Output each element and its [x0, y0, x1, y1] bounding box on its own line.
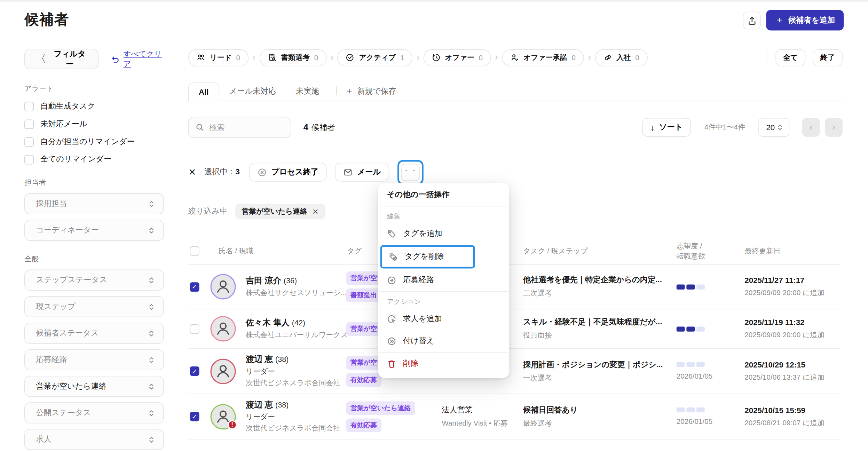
select-value: 現ステップ	[36, 302, 75, 312]
clear-all-filters-link[interactable]: すべてクリア	[111, 49, 164, 69]
menu-item-add-tag[interactable]: タグを追加	[378, 222, 509, 245]
remove-filter-icon[interactable]: ✕	[312, 207, 319, 216]
candidate-name[interactable]: 佐々木 隼人 (42)	[246, 318, 348, 328]
checkbox[interactable]	[24, 102, 34, 111]
motivation-bars	[677, 284, 730, 289]
filter-collapse-button[interactable]: 〈 フィルター	[24, 49, 98, 69]
row-checkbox[interactable]	[190, 282, 199, 291]
alert-option-all-reminders[interactable]: 全てのリマインダー	[24, 155, 164, 165]
alert-option-label: 自動生成タスク	[40, 101, 95, 111]
prev-page-button[interactable]: ‹	[802, 118, 820, 137]
row-checkbox[interactable]	[190, 412, 199, 421]
page-size-select[interactable]: 20	[758, 118, 789, 137]
job-select[interactable]: 求人	[24, 429, 164, 450]
save-new-view-button[interactable]: ＋ 新規で保存	[343, 81, 399, 101]
alert-option-my-reminders[interactable]: 自分が担当のリマインダー	[24, 137, 164, 147]
tab-not-done[interactable]: 未実施	[286, 82, 329, 101]
stage-chip-offer-accepted[interactable]: オファー承諾 0	[502, 49, 584, 66]
updated-cell: 2025/10/29 12:15 2025/10/06 13:37 に追加	[730, 360, 840, 382]
candidate-name[interactable]: 渡辺 恵 (38)	[246, 399, 340, 410]
general-section-label: 全般	[24, 254, 164, 264]
motivation-cell	[662, 326, 730, 331]
stage-label: リード	[210, 53, 232, 63]
publish-status-select[interactable]: 公開ステータス	[24, 402, 164, 423]
tab-all[interactable]: All	[188, 82, 219, 101]
avatar: !	[210, 404, 236, 429]
list-toolbar: 4 候補者 ↓ ソート 4件中1〜4件 20 ‹ ›	[188, 117, 843, 138]
recruiter-select[interactable]: 採用担当	[24, 193, 164, 214]
current-step-select[interactable]: 現ステップ	[24, 296, 164, 317]
search-input[interactable]	[209, 123, 276, 132]
stage-chip-screening[interactable]: 書類選考 0	[259, 49, 326, 66]
chevron-right-icon: ›	[416, 52, 419, 63]
menu-item-reassign[interactable]: 付け替え	[378, 330, 509, 352]
updated-at: 2025/11/19 11:32	[744, 318, 840, 326]
chevron-updown-icon	[776, 124, 784, 131]
motivation-cell: 2026/01/05	[662, 408, 730, 426]
tab-unreplied-mail[interactable]: メール未対応	[219, 82, 286, 101]
alert-option-auto-task[interactable]: 自動生成タスク	[24, 101, 164, 111]
stage-chip-active[interactable]: アクティブ 1	[337, 49, 412, 66]
next-page-button[interactable]: ›	[825, 118, 843, 137]
updated-cell: 2025/11/27 11:17 2025/09/09 20:00 に追加	[730, 276, 840, 298]
checkbox[interactable]	[24, 119, 34, 129]
end-process-button[interactable]: プロセス終了	[249, 163, 327, 182]
menu-item-delete[interactable]: 削除	[378, 353, 509, 375]
updated-at: 2025/10/29 12:15	[744, 360, 840, 369]
view-all-button[interactable]: 全て	[775, 49, 805, 66]
search-box[interactable]	[188, 117, 291, 138]
due-date: 2026/01/05	[677, 372, 730, 380]
checkbox[interactable]	[24, 155, 34, 164]
menu-item-add-job[interactable]: 求人を追加	[378, 308, 509, 330]
menu-item-remove-tag[interactable]: タグを削除	[382, 247, 473, 267]
select-value: 営業が空いたら連絡	[36, 381, 106, 391]
view-closed-button[interactable]: 終了	[813, 49, 843, 66]
mail-button[interactable]: メール	[335, 163, 389, 182]
result-count-value: 4	[303, 122, 308, 132]
stage-chip-offer[interactable]: オファー 0	[424, 49, 491, 66]
chevron-left-icon: 〈	[36, 53, 46, 63]
window-top-strip	[0, 0, 868, 2]
active-filter-chip[interactable]: 営業が空いたら連絡 ✕	[235, 204, 325, 219]
arrow-right-circle-icon	[387, 275, 396, 285]
current-step: 二次選考	[523, 288, 662, 299]
table-row[interactable]: 佐々木 隼人 (42) 株式会社ユニバーサルワークス 営業が空いたら連絡 … 募…	[188, 309, 840, 349]
menu-item-application-route[interactable]: 応募経路	[378, 269, 509, 291]
candidate-name[interactable]: 渡辺 恵 (38)	[246, 354, 340, 365]
row-checkbox[interactable]	[190, 366, 199, 376]
table-row[interactable]: ! 渡辺 恵 (38) リーダー 次世代ビジネスラボ合同会社 営業が空いたら連絡…	[188, 394, 840, 440]
double-chevron-circle-icon	[387, 336, 396, 346]
checkbox[interactable]	[24, 137, 34, 147]
save-new-view-label: 新規で保存	[357, 86, 396, 96]
coordinator-select[interactable]: コーディネーター	[24, 220, 164, 240]
updated-at: 2025/10/15 15:59	[744, 405, 840, 414]
select-value: コーディネーター	[36, 225, 99, 235]
menu-item-label: タグを削除	[405, 252, 444, 262]
stage-chip-lead[interactable]: リード 0	[188, 49, 248, 66]
arrow-down-icon: ↓	[650, 122, 655, 132]
alert-option-unreplied-mail[interactable]: 未対応メール	[24, 119, 164, 129]
stage-chip-joined[interactable]: 入社 0	[595, 49, 647, 66]
chevron-updown-icon	[147, 276, 156, 284]
application-route-select[interactable]: 応募経路	[24, 349, 164, 370]
add-candidate-button[interactable]: ＋ 候補者を追加	[766, 10, 844, 31]
select-all-checkbox[interactable]	[190, 246, 199, 256]
table-row[interactable]: 吉田 涼介 (36) 株式会社サクセスソリューシ... 営業が空いたら連絡 書類…	[188, 264, 840, 309]
candidate-name[interactable]: 吉田 涼介 (36)	[246, 276, 347, 286]
tag-filter-select[interactable]: 営業が空いたら連絡	[24, 376, 164, 397]
menu-item-label: 求人を追加	[403, 314, 442, 324]
table-row[interactable]: 渡辺 恵 (38) リーダー 次世代ビジネスラボ合同会社 営業が空いたら連絡 有…	[188, 349, 840, 394]
clear-selection-icon[interactable]: ✕	[188, 166, 196, 178]
stage-count: 0	[635, 53, 639, 62]
updated-cell: 2025/10/15 15:59 2025/08/21 09:07 に追加	[730, 405, 840, 428]
step-status-select[interactable]: ステップステータス	[24, 270, 164, 291]
alert-section-label: アラート	[24, 84, 164, 94]
more-actions-button[interactable]: ・・	[401, 164, 419, 181]
row-checkbox[interactable]	[190, 324, 199, 333]
task-text: スキル・経験不足｜不足気味程度だが...	[523, 317, 662, 327]
updated-at: 2025/11/27 11:17	[744, 276, 840, 284]
menu-item-label: 付け替え	[403, 336, 434, 346]
candidate-status-select[interactable]: 候補者ステータス	[24, 323, 164, 343]
export-button[interactable]	[743, 11, 761, 29]
sort-button[interactable]: ↓ ソート	[642, 118, 691, 137]
